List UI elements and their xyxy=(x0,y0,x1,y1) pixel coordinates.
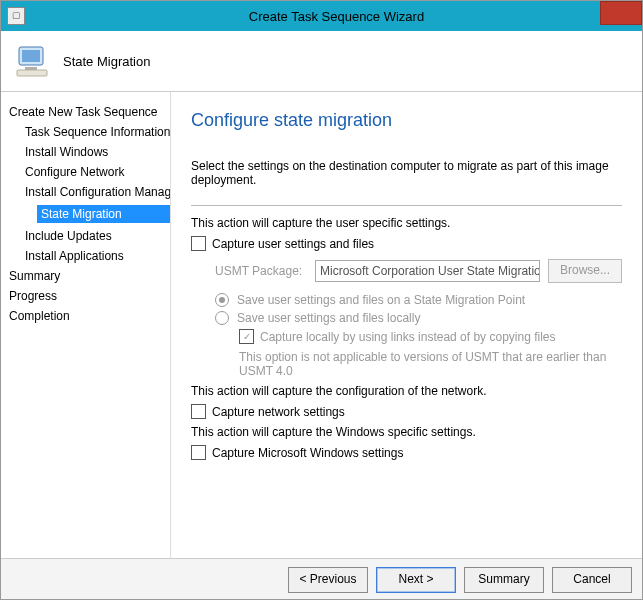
tree-item[interactable]: Install Windows xyxy=(9,142,170,162)
capture-user-checkbox[interactable] xyxy=(191,236,206,251)
tree-item[interactable]: Configure Network xyxy=(9,162,170,182)
summary-button[interactable]: Summary xyxy=(464,567,544,593)
tree-item[interactable]: Task Sequence Information xyxy=(9,122,170,142)
save-locally-radio[interactable] xyxy=(215,311,229,325)
capture-network-label: Capture network settings xyxy=(212,405,345,419)
titlebar: ▢ Create Task Sequence Wizard xyxy=(1,1,642,31)
capture-user-intro: This action will capture the user specif… xyxy=(191,216,622,230)
tree-item[interactable]: Install Applications xyxy=(9,246,170,266)
monitor-icon xyxy=(13,41,53,81)
capture-windows-checkbox[interactable] xyxy=(191,445,206,460)
svg-rect-1 xyxy=(22,50,40,62)
usmt-label: USMT Package: xyxy=(215,264,315,278)
capture-net-intro: This action will capture the configurati… xyxy=(191,384,622,398)
instruction-text: Select the settings on the destination c… xyxy=(191,159,622,187)
tree-item-label: State Migration xyxy=(37,205,171,223)
previous-button[interactable]: < Previous xyxy=(288,567,368,593)
wizard-body: Create New Task Sequence Task Sequence I… xyxy=(1,92,642,558)
capture-links-label: Capture locally by using links instead o… xyxy=(260,330,556,344)
wizard-window: ▢ Create Task Sequence Wizard State Migr… xyxy=(0,0,643,600)
system-menu-icon[interactable]: ▢ xyxy=(7,7,25,25)
save-on-smp-label: Save user settings and files on a State … xyxy=(237,293,525,307)
tree-item[interactable]: Include Updates xyxy=(9,226,170,246)
capture-user-label: Capture user settings and files xyxy=(212,237,374,251)
tree-item[interactable]: Progress xyxy=(9,286,170,306)
tree-item[interactable]: Install Configuration Manager xyxy=(9,182,170,202)
content-pane: Configure state migration Select the set… xyxy=(171,92,642,558)
capture-links-checkbox[interactable]: ✓ xyxy=(239,329,254,344)
capture-network-checkbox[interactable] xyxy=(191,404,206,419)
capture-windows-label: Capture Microsoft Windows settings xyxy=(212,446,403,460)
tree-item[interactable]: Summary xyxy=(9,266,170,286)
next-button[interactable]: Next > xyxy=(376,567,456,593)
window-title: Create Task Sequence Wizard xyxy=(31,9,642,24)
save-locally-label: Save user settings and files locally xyxy=(237,311,420,325)
tree-item-selected[interactable]: State Migration xyxy=(9,202,170,226)
content-heading: Configure state migration xyxy=(191,110,622,131)
nav-tree: Create New Task Sequence Task Sequence I… xyxy=(1,92,171,558)
svg-rect-3 xyxy=(17,70,47,76)
capture-win-intro: This action will capture the Windows spe… xyxy=(191,425,622,439)
wizard-footer: < Previous Next > Summary Cancel xyxy=(1,558,642,600)
cancel-button[interactable]: Cancel xyxy=(552,567,632,593)
tree-root-item[interactable]: Create New Task Sequence xyxy=(9,102,170,122)
wizard-header: State Migration xyxy=(1,31,642,92)
separator xyxy=(191,205,622,206)
save-on-smp-radio[interactable] xyxy=(215,293,229,307)
usmt-note: This option is not applicable to version… xyxy=(239,350,622,378)
usmt-package-input[interactable]: Microsoft Corporation User State Migrati… xyxy=(315,260,540,282)
browse-button[interactable]: Browse... xyxy=(548,259,622,283)
page-title: State Migration xyxy=(63,54,150,69)
close-button[interactable] xyxy=(600,1,642,25)
tree-item[interactable]: Completion xyxy=(9,306,170,326)
